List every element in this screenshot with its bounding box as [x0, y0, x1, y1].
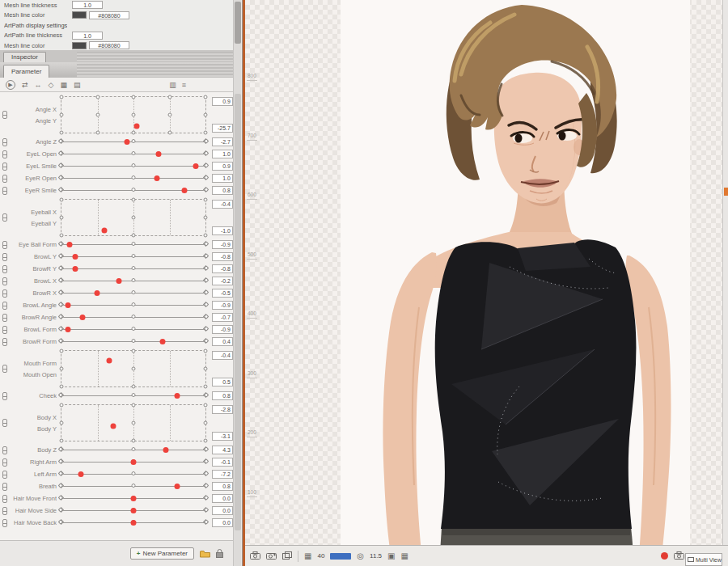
parameter-dot[interactable] — [175, 484, 180, 489]
parameter-value[interactable]: -0.9 — [212, 301, 233, 310]
keyframe-icon[interactable] — [2, 471, 7, 479]
scrollbar-thumb[interactable] — [235, 94, 241, 530]
keyframe-icon[interactable] — [2, 507, 7, 515]
color-value-input[interactable]: #808080 — [89, 41, 129, 49]
keyframe-icon[interactable] — [2, 241, 7, 249]
parameter-dot[interactable] — [193, 163, 199, 169]
parameter-value[interactable]: -0.4 — [212, 351, 233, 360]
parameter-dot[interactable] — [116, 278, 122, 284]
parameter-value[interactable]: -0.8 — [212, 264, 233, 273]
play-icon[interactable]: ▶ — [6, 80, 15, 90]
parameter-value[interactable]: -25.7 — [212, 124, 233, 133]
color-swatch[interactable] — [72, 11, 87, 19]
panel-icon[interactable]: ▤ — [74, 81, 81, 89]
parameter-value[interactable]: -0.9 — [212, 325, 233, 334]
diamond-icon[interactable]: ◇ — [49, 81, 54, 89]
parameter-value[interactable]: 1.0 — [212, 174, 233, 183]
new-parameter-button[interactable]: + New Parameter — [130, 547, 194, 560]
keyframe-icon[interactable] — [2, 163, 7, 171]
zoom-value[interactable]: 11.5 — [370, 552, 382, 560]
keyframe-icon[interactable] — [2, 175, 7, 183]
split-view-icon[interactable]: ▦ — [401, 552, 408, 560]
keyframe-icon[interactable] — [2, 392, 7, 400]
scrollbar-thumb[interactable] — [235, 2, 241, 44]
parameter-slider[interactable] — [61, 338, 206, 345]
parameter-dot[interactable] — [73, 266, 78, 272]
parameter-slider[interactable] — [61, 458, 206, 466]
parameter-xy-pad[interactable] — [61, 350, 206, 387]
parameter-value[interactable]: -7.2 — [212, 470, 233, 479]
keyframe-icon[interactable] — [2, 277, 7, 285]
parameter-value[interactable]: -0.2 — [212, 277, 233, 285]
parameter-slider[interactable] — [61, 314, 206, 321]
parameter-value[interactable]: -0.1 — [212, 458, 233, 467]
parameter-slider[interactable] — [61, 289, 206, 297]
keyframe-icon[interactable] — [2, 458, 7, 467]
parameter-dot[interactable] — [111, 424, 116, 429]
parameter-value[interactable]: -0.8 — [212, 252, 233, 261]
parameter-dot[interactable] — [73, 254, 78, 260]
parameter-slider[interactable] — [61, 175, 206, 182]
color-value-input[interactable]: #808080 — [89, 11, 129, 19]
parameter-value[interactable]: 0.5 — [212, 378, 233, 386]
arrows-icon[interactable]: ↔ — [35, 81, 42, 89]
parameter-value[interactable]: 0.0 — [212, 506, 233, 515]
parameter-slider[interactable] — [61, 483, 206, 490]
keyframe-icon[interactable] — [2, 483, 7, 491]
parameter-slider[interactable] — [61, 302, 206, 309]
keyframe-icon[interactable] — [2, 253, 7, 261]
view-slider[interactable] — [330, 553, 351, 560]
parameter-dot[interactable] — [66, 302, 71, 308]
grid-toggle-icon[interactable]: ▦ — [304, 552, 311, 560]
character-artwork[interactable] — [251, 0, 722, 566]
parameter-slider[interactable] — [61, 265, 206, 272]
grid-icon[interactable]: ▦ — [60, 81, 67, 89]
settings-value-input[interactable]: 1.0 — [72, 1, 103, 9]
parameter-slider[interactable] — [61, 471, 206, 478]
parameter-dot[interactable] — [131, 459, 137, 465]
parameter-dot[interactable] — [175, 393, 180, 399]
parameter-value[interactable]: 1.0 — [212, 150, 233, 158]
parameter-dot[interactable] — [80, 315, 86, 320]
menu-icon[interactable]: ≡ — [182, 81, 186, 89]
parameter-slider[interactable] — [61, 519, 206, 526]
keyframe-icon[interactable] — [2, 302, 7, 310]
parameter-value[interactable]: 0.8 — [212, 482, 233, 491]
snapshot-camera-icon[interactable] — [250, 551, 260, 561]
parameter-slider[interactable] — [61, 326, 206, 333]
parameter-value[interactable]: 4.3 — [212, 446, 233, 454]
parameter-value[interactable]: 0.8 — [212, 391, 233, 400]
parameter-slider[interactable] — [61, 392, 206, 399]
parameter-dot[interactable] — [66, 242, 72, 247]
scrollbar-marker[interactable] — [724, 188, 728, 196]
keyframe-icon[interactable] — [2, 265, 7, 273]
snapshot-camera-add-icon[interactable] — [266, 551, 277, 561]
keyframe-icon[interactable] — [2, 495, 7, 503]
parameter-dot[interactable] — [78, 471, 84, 477]
parameter-slider[interactable] — [61, 253, 206, 260]
parameter-slider[interactable] — [61, 277, 206, 285]
keyframe-icon[interactable] — [2, 187, 7, 195]
color-swatch[interactable] — [72, 42, 87, 49]
keyframe-icon[interactable] — [2, 419, 7, 427]
parameter-dot[interactable] — [133, 124, 139, 129]
keyframe-icon[interactable] — [2, 138, 7, 146]
parameter-value[interactable]: -0.5 — [212, 289, 233, 298]
keyframe-icon[interactable] — [2, 326, 7, 334]
parameter-dot[interactable] — [95, 290, 100, 296]
parameter-value[interactable]: -0.7 — [212, 313, 233, 322]
keyframe-icon[interactable] — [2, 289, 7, 298]
parameter-value[interactable]: 0.0 — [212, 518, 233, 527]
settings-value-input[interactable]: 1.0 — [72, 32, 103, 40]
swap-icon[interactable]: ⇄ — [22, 81, 28, 89]
parameter-value[interactable]: -3.1 — [212, 432, 233, 441]
parameter-dot[interactable] — [66, 327, 71, 332]
keyframe-icon[interactable] — [2, 150, 7, 158]
snapshot-copy-icon[interactable] — [282, 551, 292, 561]
parameter-slider[interactable] — [61, 138, 206, 146]
parameter-dot[interactable] — [106, 358, 112, 364]
keyframe-icon[interactable] — [2, 111, 7, 119]
parameter-slider[interactable] — [61, 495, 206, 502]
parameter-value[interactable]: 0.0 — [212, 494, 233, 503]
parameter-xy-pad[interactable] — [61, 199, 206, 236]
